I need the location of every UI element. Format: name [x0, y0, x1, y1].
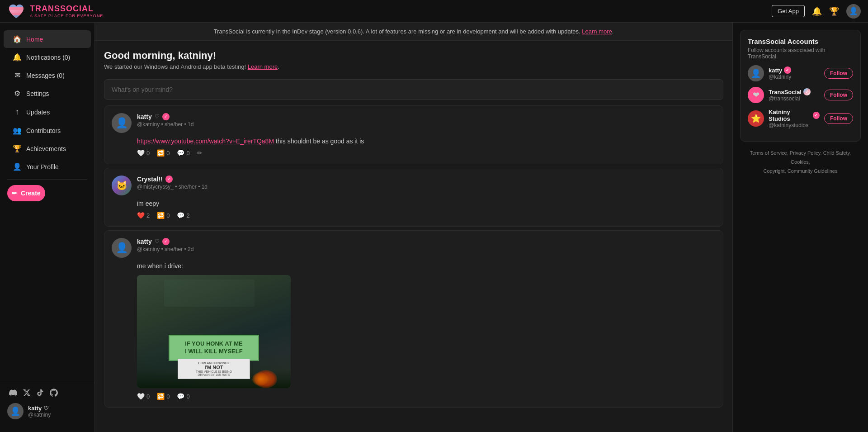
- follow-name-katniny-studios: Katniny Studios ✓: [769, 109, 820, 122]
- post-2-like-action[interactable]: ❤️ 2: [137, 212, 150, 219]
- follow-verified-katty: ✓: [784, 66, 791, 74]
- follow-avatar-katty[interactable]: 👤: [748, 65, 764, 81]
- post-3-retweet-count: 0: [166, 393, 170, 400]
- footer-tos[interactable]: Terms of Service: [750, 150, 787, 156]
- post-2-sep2: •: [198, 184, 202, 190]
- footer-child-safety[interactable]: Child Safety: [823, 150, 850, 156]
- sticker2-sub2: DRIVEN BY 100 RATS: [183, 373, 245, 376]
- post-3-handle-row: @katniny • she/her • 2d: [137, 246, 716, 252]
- get-app-button[interactable]: Get App: [772, 5, 805, 17]
- trophy-icon[interactable]: 🏆: [829, 6, 839, 16]
- banner-text: TransSocial is currently in the InDev st…: [214, 28, 580, 35]
- github-icon[interactable]: [50, 389, 58, 399]
- follow-name-transsocial: TransSocial ✓: [769, 88, 820, 95]
- banner-link[interactable]: Learn more: [582, 28, 612, 35]
- sidebar-user[interactable]: 👤 katty ♡ @katniny: [7, 403, 87, 419]
- post-1-share-action[interactable]: ✏: [197, 149, 203, 157]
- post-2-time: 1d: [202, 184, 208, 190]
- user-avatar-topbar[interactable]: 👤: [846, 4, 861, 19]
- tiktok-icon[interactable]: [36, 389, 44, 399]
- transsocial-accounts-card: TransSocial Accounts Follow accounts ass…: [740, 30, 861, 142]
- create-button[interactable]: ✏ Create: [7, 185, 45, 201]
- car-window: [164, 280, 255, 307]
- achievements-icon: 🏆: [13, 144, 22, 153]
- footer-copyright[interactable]: Copyright: [764, 168, 785, 174]
- sidebar-user-name: katty ♡: [28, 405, 51, 412]
- indev-banner: TransSocial is currently in the InDev st…: [95, 23, 732, 41]
- follow-button-katniny-studios[interactable]: Follow: [824, 113, 853, 124]
- follow-button-transsocial[interactable]: Follow: [824, 90, 853, 100]
- feed-learn-more-link[interactable]: Learn more: [248, 63, 278, 70]
- sidebar-item-contributors-label: Contributors: [26, 127, 61, 134]
- post-3-comment-action[interactable]: 💬 0: [177, 393, 189, 400]
- sidebar-item-profile-label: Your Profile: [26, 163, 59, 171]
- post-2-avatar[interactable]: 🐱: [112, 176, 132, 195]
- sticker-line2: I WILL KILL MYSELF: [177, 348, 251, 356]
- sidebar-item-notifications[interactable]: 🔔 Notifications (0): [4, 48, 91, 66]
- post-2-body: im eepy: [112, 200, 716, 207]
- post-3-like-action[interactable]: 🤍 0: [137, 393, 150, 400]
- post-1-comment-action[interactable]: 💬 0: [177, 149, 189, 157]
- sidebar-item-updates-label: Updates: [26, 109, 50, 116]
- post-2-handle-row: @mistycryssy_ • she/her • 1d: [137, 184, 716, 190]
- sidebar-item-settings[interactable]: ⚙ Settings: [4, 85, 91, 102]
- post-3-comment-count: 0: [186, 393, 189, 400]
- compose-box[interactable]: What's on your mind?: [104, 79, 723, 100]
- feed-greeting: Good morning, katniny!: [104, 50, 723, 62]
- post-3-actions: 🤍 0 🔁 0 💬 0: [112, 393, 716, 400]
- footer-cookies[interactable]: Cookies: [791, 159, 809, 165]
- car-image: IF YOU HONK AT ME I WILL KILL MYSELF HOW…: [137, 275, 291, 388]
- right-sidebar: TransSocial Accounts Follow accounts ass…: [732, 23, 868, 432]
- accounts-subtitle: Follow accounts associated with TransSoc…: [748, 47, 853, 60]
- post-1-author-row: katty ♡ ✓: [137, 113, 716, 120]
- post-1-link[interactable]: https://www.youtube.com/watch?v=E_irerTQ…: [137, 138, 274, 145]
- post-1-retweet-icon: 🔁: [157, 149, 165, 157]
- post-2-sep1: •: [175, 184, 179, 190]
- post-1-author-name: katty: [137, 113, 152, 120]
- post-1-retweet-count: 0: [166, 150, 170, 157]
- notifications-icon[interactable]: 🔔: [812, 6, 822, 16]
- sidebar-item-contributors[interactable]: 👥 Contributors: [4, 122, 91, 139]
- notifications-nav-icon: 🔔: [13, 53, 22, 62]
- follow-name-katty-text: katty: [769, 67, 782, 74]
- sticker-line1: IF YOU HONK AT ME: [177, 340, 251, 348]
- post-1-retweet-action[interactable]: 🔁 0: [157, 149, 170, 157]
- svg-rect-2: [9, 10, 24, 13]
- social-icons: [7, 389, 87, 399]
- sidebar-item-achievements[interactable]: 🏆 Achievements: [4, 140, 91, 157]
- post-2-header: 🐱 Crystal!! ✓ @mistycryssy_ • she/her • …: [112, 176, 716, 195]
- svg-rect-0: [9, 5, 24, 7]
- sticker2-main: I'M NOT: [183, 365, 245, 370]
- sidebar-item-messages[interactable]: ✉ Messages (0): [4, 66, 91, 84]
- post-1-avatar[interactable]: 👤: [112, 113, 132, 133]
- post-1-separator2: •: [184, 121, 188, 128]
- twitter-icon[interactable]: [23, 389, 31, 399]
- sidebar-item-settings-label: Settings: [26, 90, 49, 97]
- post-2-actions: ❤️ 2 🔁 0 💬 2: [112, 212, 716, 219]
- post-1-verified: ✓: [162, 113, 170, 120]
- post-3: 👤 katty ♡ ✓ @katniny • she/her • 2d: [104, 230, 723, 408]
- follow-name-katniny-studios-text: Katniny Studios: [769, 109, 811, 122]
- sidebar-item-your-profile[interactable]: 👤 Your Profile: [4, 158, 91, 176]
- follow-avatar-katniny-studios[interactable]: ⭐: [748, 110, 764, 127]
- post-3-author-name: katty: [137, 238, 152, 245]
- post-1-like-action[interactable]: 🤍 0: [137, 149, 150, 157]
- sidebar-item-home[interactable]: 🏠 Home: [4, 30, 91, 48]
- follow-item-katniny-studios: ⭐ Katniny Studios ✓ @katninystudios Foll…: [748, 109, 853, 128]
- post-3-avatar[interactable]: 👤: [112, 238, 132, 258]
- sticker2-sub1: THIS VEHICLE IS BEING: [183, 370, 245, 373]
- post-3-retweet-action[interactable]: 🔁 0: [157, 393, 170, 400]
- settings-icon: ⚙: [13, 89, 22, 98]
- post-2-meta: Crystal!! ✓ @mistycryssy_ • she/her • 1d: [137, 176, 716, 190]
- post-3-sep1: •: [161, 246, 165, 252]
- footer-privacy[interactable]: Privacy Policy: [790, 150, 821, 156]
- discord-icon[interactable]: [9, 389, 17, 399]
- follow-button-katty[interactable]: Follow: [824, 68, 853, 79]
- logo[interactable]: TRANSSOCIAL A SAFE PLACE FOR EVERYONE.: [7, 2, 105, 20]
- post-2-comment-action[interactable]: 💬 2: [177, 212, 189, 219]
- post-3-heart: ♡: [155, 238, 160, 245]
- post-2-retweet-action[interactable]: 🔁 0: [157, 212, 170, 219]
- footer-community[interactable]: Community Guidelines: [788, 168, 838, 174]
- sidebar-item-updates[interactable]: ↑ Updates: [4, 103, 91, 121]
- follow-avatar-transsocial[interactable]: ❤: [748, 87, 764, 103]
